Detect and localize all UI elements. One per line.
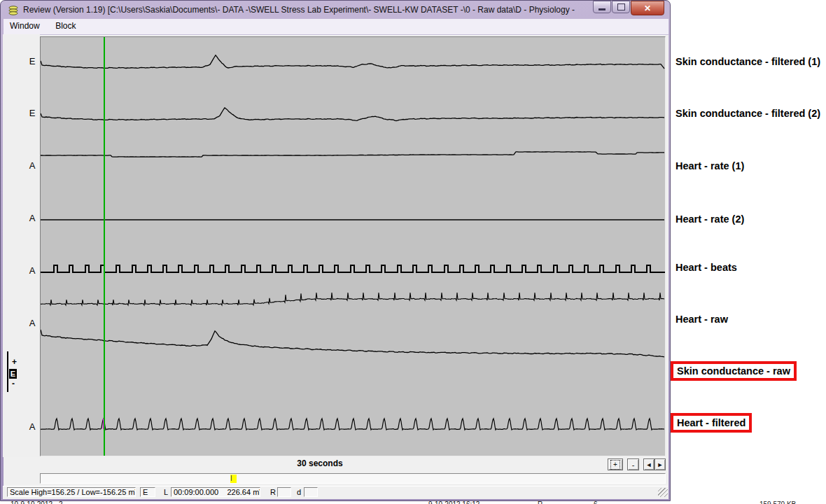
status-r-field <box>277 487 291 497</box>
status-r-label: R <box>270 488 276 496</box>
signal-traces <box>41 37 665 456</box>
channel-type-letter-8[interactable]: A <box>25 421 39 433</box>
timeline-marker-tick <box>231 475 232 481</box>
channel-type-letter-1[interactable]: E <box>25 56 39 67</box>
scroll-right-button[interactable]: ► <box>654 458 666 470</box>
status-time-field: 00:09:00.000 226.64 mV <box>171 487 260 497</box>
status-d-field <box>304 487 318 497</box>
clipped-background-text: 9-10-2012 16:12 <box>428 500 479 504</box>
status-bar: Scale High=156.25 / Low=-156.25 mV E L 0… <box>3 486 668 499</box>
clipped-background-text: 159.570 KB <box>760 500 796 504</box>
status-d-label: d <box>297 488 301 496</box>
time-cursor-line[interactable] <box>104 37 105 456</box>
channel-label-highlighted-8: Heart - filtered <box>671 413 752 433</box>
right-arrow-icon: ► <box>657 461 664 468</box>
maximize-button[interactable] <box>612 1 630 13</box>
channel-label-6: Heart - raw <box>676 312 728 326</box>
scale-increase-control[interactable]: + <box>12 357 17 367</box>
screenshot-root: Review (Version 1.19) [C:\Users\Saskia\D… <box>0 0 826 504</box>
status-l-label: L <box>164 488 168 496</box>
selected-channel-scale-bar[interactable] <box>7 351 8 392</box>
channel-type-letter-5[interactable]: A <box>25 265 39 276</box>
timeline-track[interactable] <box>40 473 666 484</box>
channel-label-4: Heart - rate (2) <box>676 212 744 226</box>
close-icon: ✕ <box>644 4 651 13</box>
left-arrow-icon: ◄ <box>646 461 652 468</box>
menubar: Window Block <box>4 19 668 35</box>
app-icon <box>8 5 19 16</box>
clipped-background-text: R <box>538 500 542 504</box>
scroll-left-button[interactable]: ◄ <box>643 458 654 470</box>
zoom-select-button[interactable]: + <box>608 458 623 470</box>
channel-type-letter-4[interactable]: A <box>25 213 39 224</box>
minimize-icon <box>598 8 606 10</box>
channel-label-2: Skin conductance - filtered (2) <box>676 106 820 120</box>
menu-item-window[interactable]: Window <box>4 19 46 33</box>
channel-label-5: Heart - beats <box>676 260 737 274</box>
titlebar[interactable]: Review (Version 1.19) [C:\Users\Saskia\D… <box>4 2 666 19</box>
signal-plot-area[interactable] <box>40 36 666 456</box>
zoom-out-button[interactable]: - <box>627 458 639 470</box>
window-title: Review (Version 1.19) [C:\Users\Saskia\D… <box>23 5 576 15</box>
maximize-icon <box>617 4 625 10</box>
status-scale-field: Scale High=156.25 / Low=-156.25 mV <box>7 487 136 497</box>
dotted-plus-icon: + <box>610 460 620 470</box>
channel-type-letter-6[interactable]: A <box>25 318 39 329</box>
close-button[interactable]: ✕ <box>631 1 664 15</box>
channel-label-1: Skin conductance - filtered (1) <box>676 55 820 69</box>
minimize-button[interactable] <box>593 1 611 13</box>
channel-letter-strip: EEAAAA+E-A <box>3 34 40 457</box>
status-mode-field: E <box>140 487 155 497</box>
channel-label-3: Heart - rate (1) <box>676 159 744 173</box>
menu-item-block[interactable]: Block <box>49 19 82 33</box>
timebase-label: 30 seconds <box>40 458 600 468</box>
clipped-background-text: 6 <box>594 500 598 504</box>
channel-type-letter-2[interactable]: E <box>25 108 39 119</box>
channel-label-highlighted-7: Skin conductance - raw <box>671 361 797 381</box>
clipped-background-text: 10-9-10-2012 - 2 <box>10 500 63 504</box>
timeline-position-marker[interactable] <box>230 475 237 483</box>
selected-channel-indicator[interactable]: E <box>9 369 17 379</box>
resize-grip[interactable] <box>658 488 668 497</box>
channel-type-letter-3[interactable]: A <box>25 160 39 172</box>
scale-decrease-control[interactable]: - <box>12 379 15 388</box>
